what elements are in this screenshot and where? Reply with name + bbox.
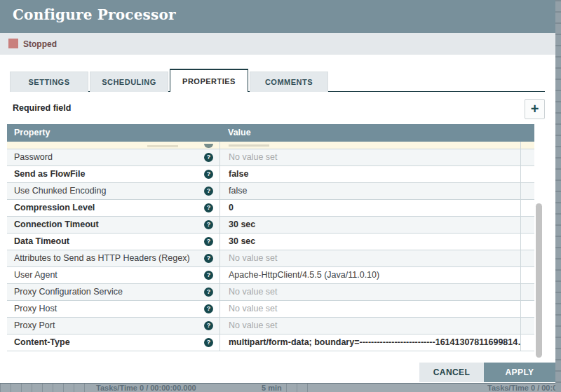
property-value: false: [229, 186, 247, 196]
tab-label: COMMENTS: [265, 78, 313, 86]
table-row[interactable]: Password ? No value set: [7, 149, 534, 166]
table-row[interactable]: Connection Timeout ? 30 sec: [7, 217, 534, 234]
property-name: Proxy Port: [14, 320, 55, 330]
clipped-text-sliver: [147, 145, 178, 147]
help-icon[interactable]: ?: [204, 220, 213, 229]
property-value: No value set: [229, 304, 277, 313]
tab-label: SETTINGS: [28, 78, 69, 86]
help-icon[interactable]: ?: [204, 271, 213, 280]
row-extra-cell: [520, 200, 534, 216]
row-extra-cell: [520, 284, 534, 300]
cancel-button[interactable]: CANCEL: [419, 363, 484, 382]
background-stats-text: Tasks/Time 0 / 00:00:00.000: [96, 384, 196, 392]
row-extra-cell: [520, 217, 534, 233]
property-value-cell[interactable]: No value set: [219, 250, 520, 266]
help-icon[interactable]: ?: [204, 254, 213, 263]
stopped-status-icon: [8, 39, 18, 48]
row-extra-cell: [520, 267, 534, 283]
table-row[interactable]: Use Chunked Encoding ? false: [7, 183, 534, 200]
property-name: Password: [14, 152, 53, 162]
row-extra-cell: [520, 301, 534, 317]
property-value-cell[interactable]: Apache-HttpClient/4.5.5 (Java/11.0.10): [219, 267, 520, 283]
dialog-header: Configure Processor: [0, 0, 555, 33]
help-icon[interactable]: ?: [204, 338, 213, 347]
table-row[interactable]: Content-Type ? multipart/form-data; boun…: [7, 334, 534, 351]
add-property-button[interactable]: +: [525, 99, 545, 119]
property-name: Send as FlowFile: [14, 169, 85, 179]
properties-table-body: Password ? No value set Send as FlowFile…: [7, 142, 534, 351]
table-row[interactable]: User Agent ? Apache-HttpClient/4.5.5 (Ja…: [7, 267, 534, 284]
property-value-cell[interactable]: false: [219, 166, 520, 182]
background-stats-text: Tasks/Time 0 / 00:00:0: [487, 384, 555, 392]
screen: Configure Processor Stopped SETTINGS SCH…: [0, 0, 561, 392]
property-value: 30 sec: [229, 219, 255, 229]
property-name: Content-Type: [14, 337, 70, 347]
table-row[interactable]: Proxy Host ? No value set: [7, 301, 534, 318]
table-row[interactable]: Proxy Port ? No value set: [7, 318, 534, 334]
property-value: No value set: [229, 253, 277, 263]
property-value: Apache-HttpClient/4.5.5 (Java/11.0.10): [229, 270, 379, 280]
help-icon[interactable]: ?: [204, 321, 213, 330]
property-value: multipart/form-data; boundary=----------…: [229, 337, 520, 347]
row-extra-cell: [520, 334, 534, 351]
properties-table-header: Property Value: [7, 124, 534, 142]
table-row[interactable]: Send as FlowFile ? false: [7, 166, 534, 183]
property-value: No value set: [229, 320, 277, 330]
tab-label: SCHEDULING: [102, 78, 156, 86]
row-extra-cell: [520, 250, 534, 266]
table-row[interactable]: Attributes to Send as HTTP Headers (Rege…: [7, 250, 534, 267]
property-name: Data Timeout: [14, 236, 69, 246]
property-value: 0: [229, 203, 234, 212]
clipped-text-sliver: [229, 144, 269, 147]
table-row[interactable]: Proxy Configuration Service ? No value s…: [7, 284, 534, 301]
status-bar: Stopped: [0, 33, 555, 55]
help-icon[interactable]: ?: [204, 288, 213, 297]
required-field-label: Required field: [13, 103, 71, 113]
table-row[interactable]: Compression Level ? 0: [7, 200, 534, 217]
help-icon: [204, 144, 213, 148]
help-icon[interactable]: ?: [204, 170, 213, 179]
property-value-cell[interactable]: false: [219, 183, 520, 199]
help-icon[interactable]: ?: [204, 237, 213, 246]
apply-button[interactable]: APPLY: [484, 363, 555, 382]
property-value-cell[interactable]: No value set: [219, 318, 520, 334]
property-value-cell[interactable]: multipart/form-data; boundary=----------…: [219, 334, 520, 351]
background-canvas-right-strip: [555, 0, 561, 392]
property-value-cell[interactable]: 30 sec: [219, 217, 520, 233]
table-row[interactable]: Data Timeout ? 30 sec: [7, 234, 534, 250]
help-icon[interactable]: ?: [204, 203, 213, 212]
property-value: false: [229, 169, 249, 179]
background-gridlines: [286, 384, 311, 392]
configure-processor-dialog: Configure Processor Stopped SETTINGS SCH…: [0, 0, 555, 383]
help-icon[interactable]: ?: [204, 304, 213, 313]
tab-settings[interactable]: SETTINGS: [10, 72, 88, 92]
property-value: No value set: [229, 287, 277, 297]
background-window-text: 5 min: [262, 384, 282, 392]
plus-icon: +: [531, 101, 539, 116]
property-value: No value set: [229, 152, 277, 162]
tab-properties[interactable]: PROPERTIES: [170, 69, 248, 92]
property-value: 30 sec: [229, 236, 255, 246]
row-extra-cell: [520, 183, 534, 199]
vertical-scrollbar-thumb[interactable]: [536, 203, 542, 358]
property-value-cell[interactable]: No value set: [219, 301, 520, 317]
row-extra-cell: [520, 149, 534, 165]
property-value-cell[interactable]: 0: [219, 200, 520, 216]
table-row-partial[interactable]: [7, 142, 534, 149]
background-gridlines: [0, 384, 93, 392]
status-label: Stopped: [23, 39, 57, 49]
property-value-cell[interactable]: No value set: [219, 284, 520, 300]
properties-table: Property Value Password ?: [7, 124, 534, 351]
tab-label: PROPERTIES: [182, 77, 236, 86]
background-canvas-bottom-strip: Tasks/Time 0 / 00:00:00.000 5 min Tasks/…: [0, 383, 555, 392]
tab-comments[interactable]: COMMENTS: [250, 72, 328, 92]
help-icon[interactable]: ?: [204, 153, 213, 162]
property-value-cell[interactable]: 30 sec: [219, 234, 520, 250]
tab-scheduling[interactable]: SCHEDULING: [90, 72, 168, 92]
column-header-property: Property: [14, 128, 50, 137]
property-value-cell[interactable]: No value set: [219, 149, 520, 165]
help-icon[interactable]: ?: [204, 187, 213, 196]
row-extra-cell: [520, 166, 534, 182]
property-name: Use Chunked Encoding: [14, 186, 106, 196]
property-name: Proxy Host: [14, 304, 57, 313]
